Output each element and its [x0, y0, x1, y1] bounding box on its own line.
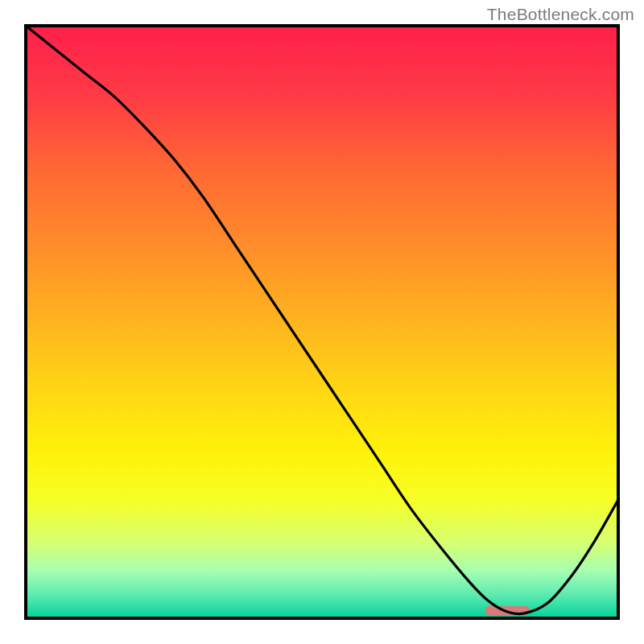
chart-svg [0, 0, 644, 644]
watermark-text: TheBottleneck.com [487, 5, 634, 24]
gradient-background [26, 26, 618, 618]
bottleneck-chart: TheBottleneck.com [0, 0, 644, 644]
